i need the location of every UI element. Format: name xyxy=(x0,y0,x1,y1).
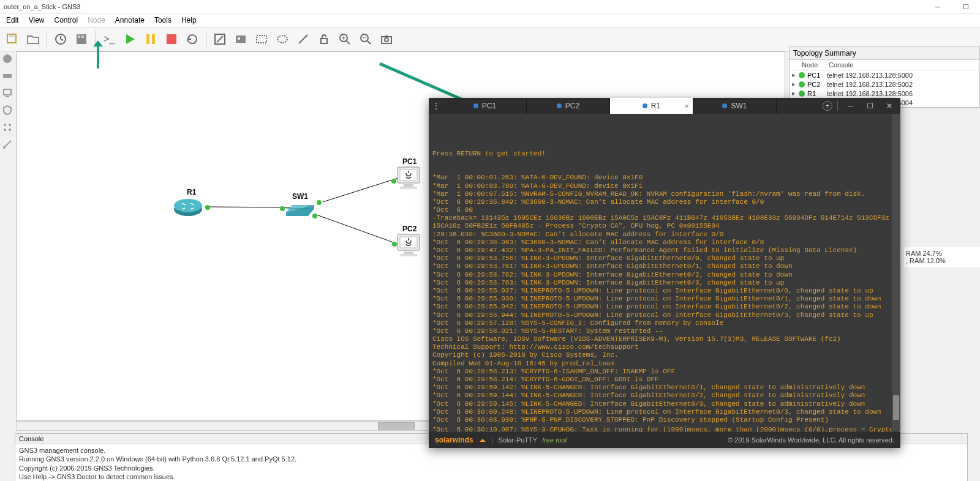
device-r1-icon[interactable] xyxy=(173,197,203,218)
svg-point-15 xyxy=(238,37,240,40)
grid-button[interactable] xyxy=(72,29,91,49)
svg-line-18 xyxy=(299,35,307,43)
open-project-button[interactable] xyxy=(23,29,43,49)
clock-icon[interactable] xyxy=(51,29,70,49)
palette-all-icon[interactable] xyxy=(1,121,13,133)
svg-rect-16 xyxy=(257,35,266,43)
titlebar: outer_on_a_Stick - GNS3 xyxy=(0,0,980,13)
device-pc1-icon[interactable] xyxy=(395,166,422,192)
terminal-maximize[interactable]: ☐ xyxy=(862,100,877,111)
topology-row[interactable]: ▸PC1telnet 192.168.213.128:5000 xyxy=(790,70,979,80)
window-controls: ─ ☐ xyxy=(924,0,980,13)
terminal-tab-r1[interactable]: R1× xyxy=(610,98,693,114)
device-pc2-icon[interactable] xyxy=(395,233,422,259)
svg-rect-32 xyxy=(4,89,11,95)
menu-control[interactable]: Control xyxy=(49,15,83,26)
play-button[interactable] xyxy=(120,29,140,49)
terminal-free: free tool xyxy=(542,436,567,444)
terminal-footer: solarwinds | Solar-PuTTY free tool © 201… xyxy=(429,432,900,448)
port-r1 xyxy=(205,205,210,210)
svg-rect-6 xyxy=(78,35,80,38)
svg-point-36 xyxy=(4,129,6,131)
reload-button[interactable] xyxy=(183,29,202,49)
svg-point-35 xyxy=(9,124,11,126)
palette-security-icon[interactable] xyxy=(1,104,13,116)
svg-line-42 xyxy=(317,215,400,245)
maximize-button[interactable]: ☐ xyxy=(952,0,980,13)
palette-pc-icon[interactable] xyxy=(1,87,13,99)
console-button[interactable]: >_ xyxy=(99,29,119,49)
ellipse-button[interactable] xyxy=(273,29,292,49)
svg-line-41 xyxy=(323,177,400,202)
svg-line-13 xyxy=(217,36,223,42)
stats-load: , RAM 12.0% xyxy=(906,257,978,264)
server-stats: RAM 24.7% , RAM 12.0% xyxy=(903,247,980,267)
rect-button[interactable] xyxy=(252,29,271,49)
topology-col-node: Node xyxy=(792,61,829,69)
menu-annotate[interactable]: Annotate xyxy=(110,15,149,26)
svg-point-34 xyxy=(4,124,6,126)
svg-line-25 xyxy=(368,41,371,44)
screenshot-button[interactable] xyxy=(377,29,396,49)
terminal-add-tab[interactable]: + xyxy=(823,101,832,111)
port-pc2 xyxy=(392,242,397,247)
port-sw1-bot xyxy=(312,214,317,218)
svg-rect-14 xyxy=(236,35,246,43)
svg-line-21 xyxy=(347,41,350,44)
line-button[interactable] xyxy=(293,29,313,49)
menubar: Edit View Control Node Annotate Tools He… xyxy=(0,13,980,27)
device-pc1-label: PC1 xyxy=(402,157,417,166)
topology-row[interactable]: ▸R1telnet 192.168.213.128:5006 xyxy=(790,89,979,98)
port-sw1-left xyxy=(280,206,285,211)
zoom-in-button[interactable] xyxy=(335,29,355,49)
terminal-tab-pc2[interactable]: PC2 xyxy=(527,98,610,114)
svg-point-39 xyxy=(3,146,6,149)
pause-button[interactable] xyxy=(141,29,160,49)
svg-rect-51 xyxy=(404,252,413,254)
stats-ram: RAM 24.7% xyxy=(906,250,978,257)
device-r1-label: R1 xyxy=(187,188,196,196)
edit-button[interactable] xyxy=(210,29,230,49)
menu-edit[interactable]: Edit xyxy=(1,15,24,26)
topology-row[interactable]: ▸PC2telnet 192.168.213.128:5002 xyxy=(790,80,979,89)
palette-router-icon[interactable] xyxy=(1,53,13,65)
palette-link-icon[interactable] xyxy=(1,138,13,151)
minimize-button[interactable]: ─ xyxy=(924,0,952,13)
terminal-output[interactable]: Press RETURN to get started! *Mar 1 00:0… xyxy=(429,114,900,432)
topology-title: Topology Summary xyxy=(793,49,856,58)
menu-tools[interactable]: Tools xyxy=(149,15,176,26)
terminal-tab-sw1[interactable]: SW1 xyxy=(693,98,777,114)
menu-help[interactable]: Help xyxy=(176,15,202,26)
image-button[interactable] xyxy=(231,29,251,49)
terminal-close[interactable]: ✕ xyxy=(882,100,897,111)
svg-rect-29 xyxy=(385,35,388,37)
console-body: GNS3 management console.Running GNS3 ver… xyxy=(15,444,967,481)
lock-button[interactable] xyxy=(314,29,334,49)
svg-point-28 xyxy=(385,38,388,42)
terminal-menu-button[interactable]: ⋮ xyxy=(429,98,443,114)
terminal-copyright: © 2019 SolarWinds Worldwide, LLC. All ri… xyxy=(728,436,894,444)
device-sw1-label: SW1 xyxy=(292,192,308,201)
svg-rect-31 xyxy=(3,74,12,78)
svg-rect-10 xyxy=(152,34,155,44)
title-text: outer_on_a_Stick - GNS3 xyxy=(4,3,80,10)
svg-line-4 xyxy=(61,39,63,40)
svg-rect-52 xyxy=(400,254,417,256)
stop-button[interactable] xyxy=(162,29,181,49)
palette-switch-icon[interactable] xyxy=(1,70,13,82)
svg-point-44 xyxy=(174,199,202,212)
svg-rect-7 xyxy=(81,35,84,38)
svg-point-17 xyxy=(277,35,287,43)
terminal-minimize[interactable]: ─ xyxy=(843,100,858,111)
device-pc2-label: PC2 xyxy=(402,225,417,233)
svg-rect-9 xyxy=(146,34,149,44)
terminal-scrollbar[interactable] xyxy=(892,114,900,431)
menu-view[interactable]: View xyxy=(24,15,50,26)
topology-header: Topology Summary xyxy=(790,47,979,60)
svg-rect-48 xyxy=(400,187,417,189)
terminal-tab-pc1[interactable]: PC1 xyxy=(443,98,527,114)
new-project-button[interactable] xyxy=(2,29,22,49)
zoom-out-button[interactable] xyxy=(356,29,375,49)
topology-col-console: Console xyxy=(829,61,977,69)
svg-text:>_: >_ xyxy=(104,34,115,45)
